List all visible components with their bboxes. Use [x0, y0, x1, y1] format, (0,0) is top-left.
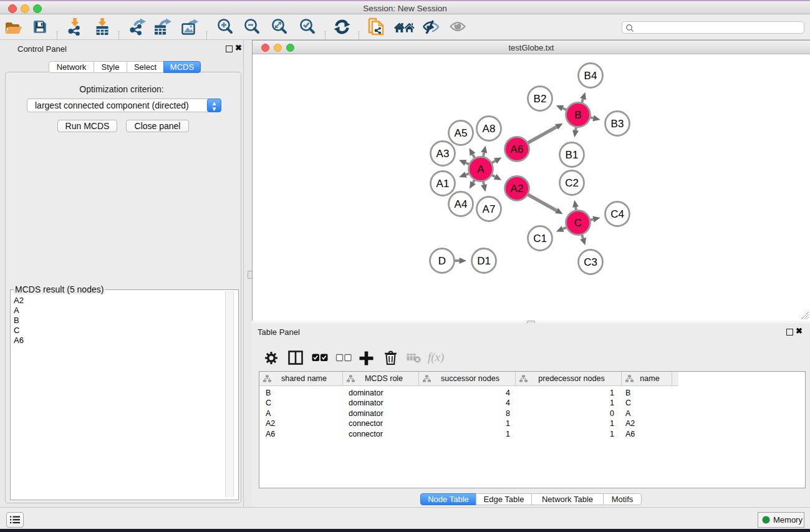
- svg-text:C4: C4: [610, 208, 624, 220]
- svg-text:C1: C1: [533, 233, 547, 244]
- svg-text:A3: A3: [436, 148, 450, 160]
- svg-text:A4: A4: [455, 198, 468, 210]
- svg-text:A8: A8: [483, 123, 496, 135]
- svg-text:C2: C2: [565, 177, 579, 189]
- svg-text:C3: C3: [584, 256, 597, 268]
- svg-text:A6: A6: [511, 143, 524, 155]
- svg-text:A5: A5: [455, 127, 468, 139]
- svg-text:C: C: [574, 217, 582, 229]
- svg-text:B4: B4: [584, 70, 597, 82]
- svg-text:B3: B3: [611, 118, 624, 130]
- svg-text:D1: D1: [477, 255, 491, 267]
- svg-text:A: A: [477, 163, 485, 175]
- svg-text:A1: A1: [436, 178, 450, 190]
- svg-text:B: B: [574, 109, 581, 121]
- svg-text:B2: B2: [534, 93, 547, 105]
- svg-text:A7: A7: [483, 203, 496, 215]
- svg-text:B1: B1: [566, 149, 579, 161]
- svg-text:D: D: [438, 255, 446, 267]
- svg-text:A2: A2: [511, 183, 524, 195]
